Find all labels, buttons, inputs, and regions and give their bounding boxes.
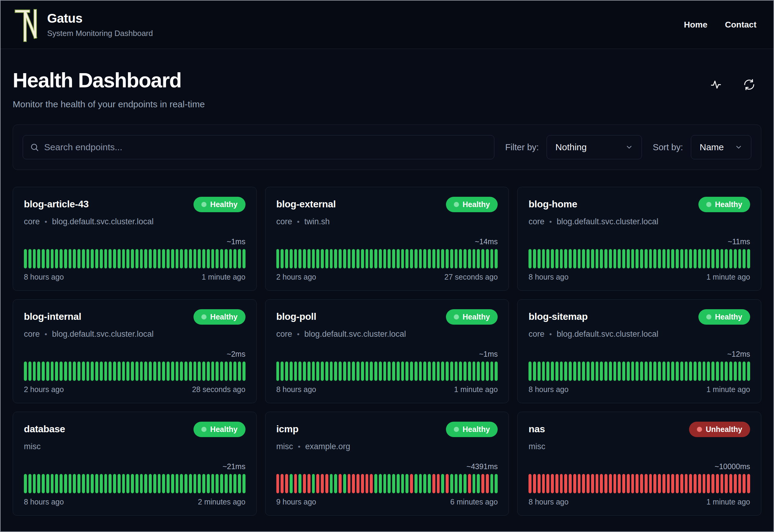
uptime-bar[interactable] [473, 249, 476, 268]
uptime-bar[interactable] [658, 249, 661, 268]
uptime-bar[interactable] [397, 362, 400, 381]
endpoint-card[interactable]: nas Unhealthy misc ~10000ms 8 hours ago … [517, 412, 761, 516]
uptime-bar[interactable] [703, 362, 706, 381]
uptime-bar[interactable] [276, 362, 279, 381]
uptime-bar[interactable] [24, 362, 27, 381]
uptime-bar[interactable] [551, 249, 554, 268]
uptime-bar[interactable] [60, 474, 63, 493]
uptime-bar[interactable] [490, 362, 493, 381]
uptime-bar[interactable] [631, 362, 634, 381]
uptime-bar[interactable] [743, 249, 746, 268]
uptime-bar[interactable] [383, 474, 386, 493]
uptime-bar[interactable] [109, 474, 112, 493]
uptime-bar[interactable] [419, 474, 422, 493]
filter-select[interactable]: Nothing [547, 135, 642, 159]
uptime-bar[interactable] [410, 474, 413, 493]
history-bars[interactable] [24, 249, 246, 268]
history-bars[interactable] [276, 249, 498, 268]
uptime-bar[interactable] [100, 474, 103, 493]
uptime-bar[interactable] [118, 249, 121, 268]
uptime-bar[interactable] [356, 362, 359, 381]
uptime-bar[interactable] [153, 474, 156, 493]
uptime-bar[interactable] [725, 249, 728, 268]
uptime-bar[interactable] [167, 249, 170, 268]
uptime-bar[interactable] [33, 362, 36, 381]
uptime-bar[interactable] [167, 474, 170, 493]
uptime-bar[interactable] [140, 362, 143, 381]
uptime-bar[interactable] [582, 249, 585, 268]
uptime-bar[interactable] [95, 249, 98, 268]
uptime-bar[interactable] [569, 249, 572, 268]
uptime-bar[interactable] [325, 474, 328, 493]
uptime-bar[interactable] [596, 249, 599, 268]
uptime-bar[interactable] [423, 249, 426, 268]
uptime-bar[interactable] [104, 474, 107, 493]
uptime-bar[interactable] [622, 474, 625, 493]
uptime-bar[interactable] [158, 474, 161, 493]
uptime-bar[interactable] [667, 249, 670, 268]
uptime-bar[interactable] [158, 362, 161, 381]
uptime-bar[interactable] [441, 474, 444, 493]
uptime-bar[interactable] [486, 362, 489, 381]
endpoint-card[interactable]: blog-sitemap Healthy core • blog.default… [517, 299, 761, 403]
uptime-bar[interactable] [216, 474, 219, 493]
uptime-bar[interactable] [113, 474, 116, 493]
uptime-bar[interactable] [734, 474, 737, 493]
uptime-bar[interactable] [738, 249, 741, 268]
uptime-bar[interactable] [366, 474, 369, 493]
uptime-bar[interactable] [370, 249, 373, 268]
uptime-bar[interactable] [140, 249, 143, 268]
uptime-bar[interactable] [343, 249, 346, 268]
uptime-bar[interactable] [290, 474, 293, 493]
uptime-bar[interactable] [405, 474, 408, 493]
uptime-bar[interactable] [316, 249, 319, 268]
uptime-bar[interactable] [28, 249, 31, 268]
uptime-bar[interactable] [645, 362, 648, 381]
uptime-bar[interactable] [176, 474, 179, 493]
uptime-bar[interactable] [459, 249, 462, 268]
uptime-bar[interactable] [207, 362, 210, 381]
endpoint-card[interactable]: blog-poll Healthy core • blog.default.sv… [265, 299, 509, 403]
uptime-bar[interactable] [33, 474, 36, 493]
uptime-bar[interactable] [455, 249, 458, 268]
uptime-bar[interactable] [622, 249, 625, 268]
uptime-bar[interactable] [294, 362, 297, 381]
uptime-bar[interactable] [298, 249, 301, 268]
uptime-bar[interactable] [171, 474, 174, 493]
uptime-bar[interactable] [64, 249, 67, 268]
uptime-bar[interactable] [229, 362, 232, 381]
uptime-bar[interactable] [77, 362, 80, 381]
uptime-bar[interactable] [618, 474, 621, 493]
uptime-bar[interactable] [468, 362, 471, 381]
uptime-bar[interactable] [233, 362, 236, 381]
uptime-bar[interactable] [238, 362, 241, 381]
uptime-bar[interactable] [46, 249, 49, 268]
uptime-bar[interactable] [233, 474, 236, 493]
uptime-bar[interactable] [477, 249, 480, 268]
uptime-bar[interactable] [104, 249, 107, 268]
uptime-bar[interactable] [573, 474, 576, 493]
uptime-bar[interactable] [356, 474, 359, 493]
uptime-bar[interactable] [95, 362, 98, 381]
uptime-bar[interactable] [144, 474, 147, 493]
uptime-bar[interactable] [131, 474, 134, 493]
uptime-bar[interactable] [711, 474, 714, 493]
uptime-bar[interactable] [428, 362, 431, 381]
uptime-bar[interactable] [649, 249, 652, 268]
uptime-bar[interactable] [225, 362, 228, 381]
uptime-bar[interactable] [118, 362, 121, 381]
uptime-bar[interactable] [649, 474, 652, 493]
uptime-bar[interactable] [419, 249, 422, 268]
uptime-bar[interactable] [216, 362, 219, 381]
search-input[interactable] [23, 135, 494, 159]
uptime-bar[interactable] [662, 474, 665, 493]
uptime-bar[interactable] [379, 474, 382, 493]
uptime-bar[interactable] [229, 249, 232, 268]
uptime-bar[interactable] [546, 249, 549, 268]
uptime-bar[interactable] [747, 474, 750, 493]
uptime-bar[interactable] [604, 249, 607, 268]
uptime-bar[interactable] [473, 474, 476, 493]
uptime-bar[interactable] [109, 362, 112, 381]
uptime-bar[interactable] [437, 249, 440, 268]
uptime-bar[interactable] [555, 362, 558, 381]
